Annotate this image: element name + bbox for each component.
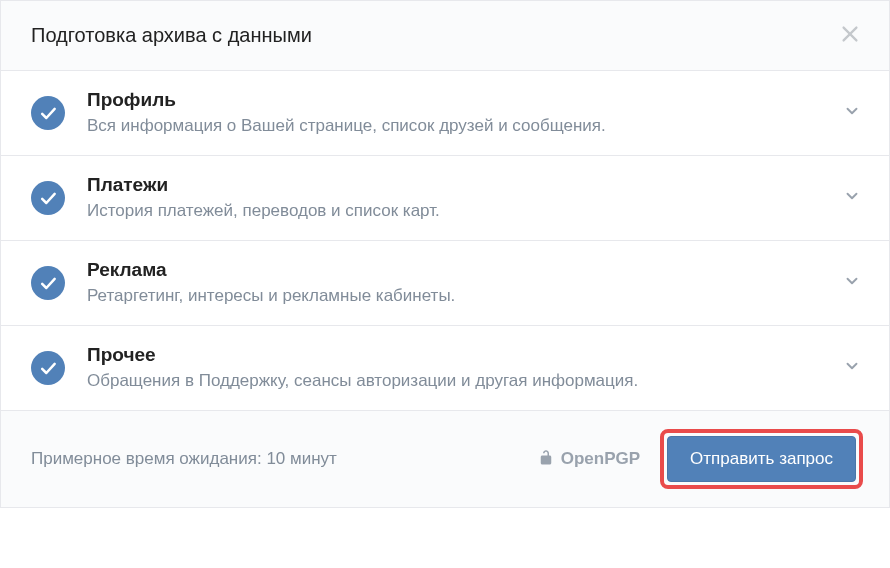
openpgp-toggle[interactable]: OpenPGP xyxy=(537,448,640,470)
option-content: Платежи История платежей, переводов и сп… xyxy=(87,174,831,222)
close-button[interactable] xyxy=(835,19,865,52)
option-desc: Ретаргетинг, интересы и рекламные кабине… xyxy=(87,285,831,307)
option-row-profile[interactable]: Профиль Вся информация о Вашей странице,… xyxy=(1,71,889,156)
option-content: Реклама Ретаргетинг, интересы и рекламны… xyxy=(87,259,831,307)
option-row-ads[interactable]: Реклама Ретаргетинг, интересы и рекламны… xyxy=(1,241,889,326)
data-archive-dialog: Подготовка архива с данными Профиль Вся … xyxy=(0,0,890,508)
check-icon xyxy=(31,181,65,215)
option-title: Реклама xyxy=(87,259,831,281)
wait-time-text: Примерное время ожидания: 10 минут xyxy=(31,449,537,469)
submit-button[interactable]: Отправить запрос xyxy=(667,436,856,482)
dialog-footer: Примерное время ожидания: 10 минут OpenP… xyxy=(1,411,889,507)
option-title: Платежи xyxy=(87,174,831,196)
dialog-header: Подготовка архива с данными xyxy=(1,1,889,71)
openpgp-label: OpenPGP xyxy=(561,449,640,469)
option-row-payments[interactable]: Платежи История платежей, переводов и сп… xyxy=(1,156,889,241)
options-list: Профиль Вся информация о Вашей странице,… xyxy=(1,71,889,411)
option-row-other[interactable]: Прочее Обращения в Поддержку, сеансы авт… xyxy=(1,326,889,411)
dialog-title: Подготовка архива с данными xyxy=(31,24,312,47)
chevron-down-icon xyxy=(843,187,861,209)
option-desc: История платежей, переводов и список кар… xyxy=(87,200,831,222)
highlight-annotation: Отправить запрос xyxy=(660,429,863,489)
option-desc: Обращения в Поддержку, сеансы авторизаци… xyxy=(87,370,831,392)
close-icon xyxy=(839,23,861,48)
option-content: Профиль Вся информация о Вашей странице,… xyxy=(87,89,831,137)
chevron-down-icon xyxy=(843,357,861,379)
option-title: Профиль xyxy=(87,89,831,111)
check-icon xyxy=(31,351,65,385)
chevron-down-icon xyxy=(843,272,861,294)
option-title: Прочее xyxy=(87,344,831,366)
check-icon xyxy=(31,96,65,130)
lock-open-icon xyxy=(537,448,561,470)
check-icon xyxy=(31,266,65,300)
chevron-down-icon xyxy=(843,102,861,124)
option-desc: Вся информация о Вашей странице, список … xyxy=(87,115,831,137)
option-content: Прочее Обращения в Поддержку, сеансы авт… xyxy=(87,344,831,392)
